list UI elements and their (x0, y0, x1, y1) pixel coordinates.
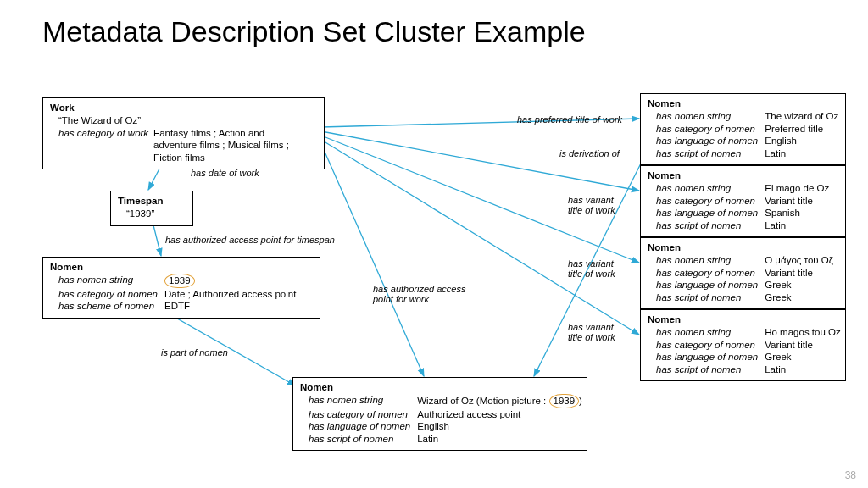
svg-line-6 (321, 140, 639, 335)
nomen-access-box: Nomen has nomen string Wizard of Oz (Mot… (292, 377, 587, 451)
edge-is-derivation-of: is derivation of (559, 148, 620, 158)
nomen-date-label: Nomen (50, 261, 313, 273)
edge-variant-3: has variant title of work (568, 322, 627, 342)
svg-line-1 (153, 222, 161, 256)
nomen-right-1: Nomen has nomen stringEl mago de Oz has … (640, 165, 846, 237)
edge-authorized-work: has authorized access point for work (373, 284, 475, 304)
nomen-date-box: Nomen has nomen string 1939 has category… (42, 257, 320, 319)
nomen-access-1939: 1939 (549, 394, 580, 408)
nomen-right-3: Nomen has nomen stringHo magos tou Oz ha… (640, 309, 846, 381)
timespan-value: “1939” (118, 208, 186, 219)
edge-authorized-timespan: has authorized access point for timespan (165, 235, 335, 245)
edge-is-part-of-nomen: is part of nomen (161, 347, 228, 358)
work-category-val: Fantasy films ; Action and adventure fil… (148, 127, 306, 164)
work-category-key: has category of work (50, 127, 148, 164)
work-box: Work “The Wizard of Oz” has category of … (42, 97, 325, 169)
nomen-access-label: Nomen (300, 381, 580, 393)
slide-stage: Metadata Description Set Cluster Example… (0, 0, 868, 488)
edge-has-date-of-work: has date of work (191, 168, 259, 178)
edge-preferred-title: has preferred title of work (517, 114, 622, 125)
slide-title: Metadata Description Set Cluster Example (42, 15, 586, 48)
svg-line-7 (321, 144, 424, 376)
svg-line-4 (321, 131, 639, 191)
timespan-box: Timespan “1939” (110, 191, 193, 226)
slide-number: 38 (845, 469, 856, 481)
edge-variant-2: has variant title of work (568, 258, 627, 279)
timespan-label: Timespan (118, 195, 186, 207)
nomen-date-1939: 1939 (164, 274, 195, 287)
work-label: Work (50, 102, 317, 114)
work-title: “The Wizard of Oz” (50, 114, 317, 126)
nomen-right-0: Nomen has nomen stringThe wizard of Oz h… (640, 93, 846, 165)
edge-variant-1: has variant title of work (568, 195, 627, 215)
nomen-right-2: Nomen has nomen stringΟ μάγος του Οζ has… (640, 237, 846, 309)
